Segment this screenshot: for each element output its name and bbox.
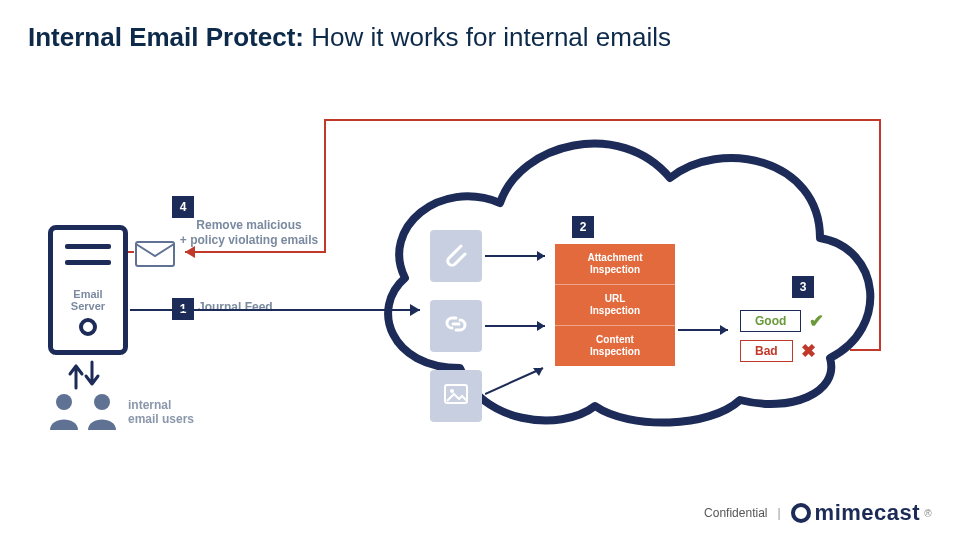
slide-title: Internal Email Protect: How it works for… (28, 22, 671, 53)
chain-link-icon (442, 310, 470, 342)
user-icon (86, 392, 118, 452)
server-line (65, 260, 111, 265)
title-rest: How it works for internal emails (304, 22, 671, 52)
server-label-2: Server (71, 300, 105, 312)
mimecast-logo: mimecast ® (791, 500, 932, 526)
attachment-tile (430, 230, 482, 282)
server-indicator (79, 318, 97, 336)
logo-orb-icon (791, 503, 811, 523)
user-icon (48, 392, 80, 452)
envelope-icon (134, 238, 176, 272)
image-tile (430, 370, 482, 422)
url-tile (430, 300, 482, 352)
svg-point-0 (56, 394, 72, 410)
svg-line-9 (485, 368, 543, 394)
inspection-stack: Attachment Inspection URL Inspection Con… (555, 244, 675, 366)
svg-point-1 (94, 394, 110, 410)
paperclip-icon (442, 240, 470, 272)
good-label: Good (740, 310, 801, 332)
svg-rect-2 (136, 242, 174, 266)
server-users-arrows-icon (64, 358, 104, 396)
arrow-att-to-insp-icon (485, 248, 555, 264)
remove-malicious-label: Remove malicious + policy violating emai… (174, 218, 324, 248)
email-server: Email Server (48, 225, 128, 355)
users-label: internal email users (128, 398, 194, 427)
bad-label: Bad (740, 340, 793, 362)
checkmark-icon: ✔ (809, 310, 824, 332)
arrow-img-to-insp-icon (485, 360, 555, 400)
result-bad: Bad ✖ (740, 340, 816, 362)
logo-text: mimecast (815, 500, 921, 526)
cross-icon: ✖ (801, 340, 816, 362)
image-icon (442, 380, 470, 412)
server-box: Email Server (48, 225, 128, 355)
arrow-journal-to-cloud-icon (130, 300, 430, 320)
arrow-insp-to-result-icon (678, 322, 738, 338)
registered-mark-icon: ® (924, 508, 932, 519)
step-badge-2: 2 (572, 216, 594, 238)
content-inspection: Content Inspection (555, 326, 675, 366)
svg-point-5 (450, 389, 454, 393)
divider: | (777, 506, 780, 520)
arrow-url-to-insp-icon (485, 318, 555, 334)
internal-users-icon (48, 392, 138, 452)
result-good: Good ✔ (740, 310, 824, 332)
slide: Internal Email Protect: How it works for… (0, 0, 960, 540)
confidential-label: Confidential (704, 506, 767, 520)
url-inspection: URL Inspection (555, 285, 675, 326)
server-line (65, 244, 111, 249)
title-bold: Internal Email Protect: (28, 22, 304, 52)
step-badge-3: 3 (792, 276, 814, 298)
footer: Confidential | mimecast ® (704, 500, 932, 526)
step-badge-4: 4 (172, 196, 194, 218)
server-label: Email Server (53, 288, 123, 312)
attachment-inspection: Attachment Inspection (555, 244, 675, 285)
server-label-1: Email (73, 288, 102, 300)
